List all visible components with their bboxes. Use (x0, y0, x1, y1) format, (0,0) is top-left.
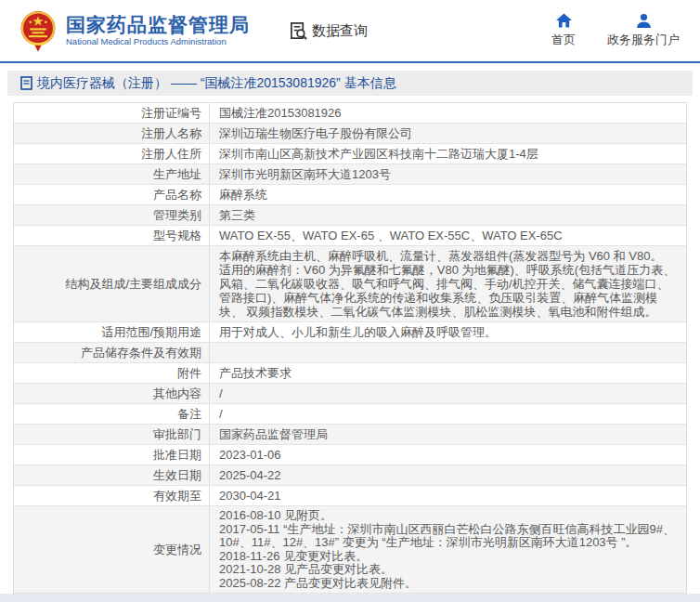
row-label: 备注 (14, 404, 210, 424)
nav-portal-link[interactable]: 政务服务门户 (607, 13, 680, 48)
breadcrumb-title: 境内医疗器械（注册） —— “国械注准20153081926” 基本信息 (37, 75, 396, 92)
table-row-changes: 变更情况 2016-08-10 见附页。 2017-05-11 “生产地址：深圳… (14, 506, 686, 594)
row-value: 深圳市南山区高新技术产业园区科技南十二路迈瑞大厦1-4层 (210, 144, 686, 164)
nav-home-label: 首页 (551, 32, 576, 48)
table-row: 有效期至 2030-04-21 (14, 486, 686, 506)
breadcrumb: 境内医疗器械（注册） —— “国械注准20153081926” 基本信息 (7, 71, 693, 96)
row-label: 审批部门 (14, 425, 210, 444)
table-row: 备注 / (14, 404, 686, 425)
nav-home-link[interactable]: 首页 (551, 13, 576, 48)
change-line: 2021-10-28 见产品变更对比表。 (219, 563, 677, 577)
row-label: 变更情况 (14, 506, 210, 593)
row-label: 注册人住所 (14, 144, 210, 164)
table-row: 注册人住所 深圳市南山区高新技术产业园区科技南十二路迈瑞大厦1-4层 (14, 144, 686, 164)
row-value: 产品技术要求 (210, 363, 686, 383)
row-label: 批准日期 (14, 445, 210, 465)
table-row: 生产地址 深圳市光明新区南环大道1203号 (14, 164, 686, 185)
document-search-icon (289, 21, 308, 41)
home-icon (556, 13, 572, 28)
table-row: 批准日期 2023-01-06 (14, 445, 686, 465)
row-value: 2016-08-10 见附页。 2017-05-11 “生产地址：深圳市南山区西… (210, 506, 686, 593)
table-row: 注册人名称 深圳迈瑞生物医疗电子股份有限公司 (14, 124, 686, 144)
agency-logo: 国家药品监督管理局 National Medical Products Admi… (66, 14, 250, 47)
row-value: 本麻醉系统由主机、麻醉呼吸机、流量计、蒸发器组件(蒸发器型号为 V60 和 V8… (210, 246, 686, 321)
row-value: 2030-04-21 (210, 486, 686, 505)
table-row: 产品名称 麻醉系统 (14, 185, 686, 205)
data-query-tab[interactable]: 数据查询 (289, 21, 368, 41)
row-value (210, 350, 686, 356)
agency-title-cn: 国家药品监督管理局 (66, 14, 250, 36)
row-label: 产品名称 (14, 185, 210, 204)
row-value: 深圳迈瑞生物医疗电子股份有限公司 (210, 124, 686, 143)
row-label: 结构及组成/主要组成成分 (14, 246, 210, 321)
row-value: 深圳市光明新区南环大道1203号 (210, 164, 686, 184)
row-value: 国械注准20153081926 (210, 103, 686, 123)
row-value: / (210, 404, 686, 424)
table-row: 适用范围/预期用途 用于对成人、小儿和新生儿的吸入麻醉及呼吸管理。 (14, 322, 686, 343)
change-line: 2025-08-22 产品变更对比表见附件。 (219, 577, 677, 591)
page-header: 国家药品监督管理局 National Medical Products Admi… (0, 0, 700, 61)
change-line: 2016-08-10 见附页。 (219, 509, 677, 523)
agency-title-en: National Medical Products Administration (66, 36, 250, 47)
china-national-emblem-icon (19, 9, 58, 52)
row-label: 生效日期 (14, 465, 210, 485)
table-row: 型号规格 WATO EX-55、WATO EX-65 、WATO EX-55C、… (14, 226, 686, 246)
table-row: 管理类别 第三类 (14, 205, 686, 226)
table-row-structure: 结构及组成/主要组成成分 本麻醉系统由主机、麻醉呼吸机、流量计、蒸发器组件(蒸发… (14, 246, 686, 322)
nav-portal-label: 政务服务门户 (607, 32, 680, 48)
footer-bar (0, 594, 700, 602)
document-icon (20, 76, 32, 90)
change-line: 2018-11-26 见变更对比表。 (219, 550, 677, 564)
registration-info-table: 注册证编号 国械注准20153081926 注册人名称 深圳迈瑞生物医疗电子股份… (13, 102, 687, 602)
row-label: 其他内容 (14, 384, 210, 403)
row-label: 产品储存条件及有效期 (14, 343, 210, 362)
row-label: 注册人名称 (14, 124, 210, 143)
row-value: 第三类 (210, 205, 686, 225)
table-row: 附件 产品技术要求 (14, 363, 686, 384)
table-row: 生效日期 2025-04-22 (14, 465, 686, 486)
row-value: 麻醉系统 (210, 185, 686, 204)
row-value: 国家药品监督管理局 (210, 425, 686, 444)
row-value: 用于对成人、小儿和新生儿的吸入麻醉及呼吸管理。 (210, 322, 686, 342)
row-value: WATO EX-55、WATO EX-65 、WATO EX-55C、WATO … (210, 226, 686, 245)
row-label: 生产地址 (14, 164, 210, 184)
row-label: 管理类别 (14, 205, 210, 225)
row-value: / (210, 384, 686, 403)
table-row: 产品储存条件及有效期 (14, 343, 686, 363)
row-label: 型号规格 (14, 226, 210, 245)
table-row: 其他内容 / (14, 384, 686, 404)
row-label: 有效期至 (14, 486, 210, 505)
header-nav: 首页 政务服务门户 (551, 13, 680, 48)
user-icon (636, 13, 652, 28)
table-row: 注册证编号 国械注准20153081926 (14, 103, 686, 124)
change-line: 2017-05-11 “生产地址：深圳市南山区西丽白芒松白公路东侧百旺信高科技工… (219, 523, 677, 550)
data-query-label: 数据查询 (312, 22, 368, 40)
row-label: 附件 (14, 363, 210, 383)
row-value: 2025-04-22 (210, 465, 686, 485)
header-separator (0, 61, 700, 63)
row-value: 2023-01-06 (210, 445, 686, 465)
row-label: 注册证编号 (14, 103, 210, 123)
row-label: 适用范围/预期用途 (14, 322, 210, 342)
table-row: 审批部门 国家药品监督管理局 (14, 425, 686, 445)
